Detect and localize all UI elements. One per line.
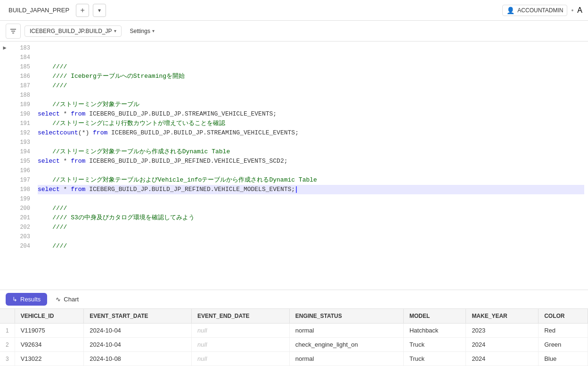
results-label: Results: [20, 296, 41, 303]
account-label: ACCOUNTADMIN: [517, 7, 563, 14]
gutter-toggle[interactable]: ▶: [0, 42, 9, 253]
line-number: 191: [9, 119, 30, 128]
settings-button[interactable]: Settings ▾: [125, 26, 159, 36]
code-line: //ストリーミング対象テーブル: [38, 100, 584, 109]
code-line: ////: [38, 81, 584, 91]
chart-icon: ∿: [56, 296, 61, 303]
table-cell: Hatchback: [403, 324, 466, 338]
table-cell: Green: [539, 338, 588, 352]
code-line: //ストリーミング対象テーブルおよびVehicle_infoテーブルから作成され…: [38, 175, 584, 185]
table-cell: 3: [0, 352, 15, 366]
line-number: 186: [9, 72, 30, 81]
gutter-arrow-icon: ▶: [3, 44, 6, 51]
account-icon: 👤: [506, 7, 514, 14]
table-body: 1V1190752024-10-04nullnormalHatchback202…: [0, 324, 588, 366]
db-selector[interactable]: ICEBERG_BUILD_JP.BUILD_JP ▾: [24, 25, 122, 37]
line-number: 198: [9, 185, 30, 194]
line-number: 184: [9, 53, 30, 62]
table-cell: V92634: [15, 338, 84, 352]
code-content[interactable]: //// //// IcebergテーブルへのStreamingを開始 ////…: [34, 42, 588, 253]
table-cell: null: [192, 352, 290, 366]
table-cell: Blue: [539, 352, 588, 366]
line-number: 189: [9, 100, 30, 109]
chart-label: Chart: [64, 296, 79, 303]
line-number: 183: [9, 43, 30, 53]
code-line: select * from ICEBERG_BUILD_JP.BUILD_JP_…: [38, 157, 584, 166]
code-line: select * from ICEBERG_BUILD_JP.BUILD_JP.…: [38, 109, 584, 119]
results-table: VEHICLE_IDEVENT_START_DATEEVENT_END_DATE…: [0, 309, 588, 366]
code-line: select * from ICEBERG_BUILD_JP.BUILD_JP_…: [38, 185, 584, 194]
db-selector-label: ICEBERG_BUILD_JP.BUILD_JP: [30, 28, 112, 34]
line-number: 199: [9, 194, 30, 204]
code-line: //// IcebergテーブルへのStreamingを開始: [38, 72, 584, 81]
filter-button[interactable]: [6, 24, 21, 39]
table-header-cell: [0, 309, 15, 324]
line-number: 193: [9, 138, 30, 147]
chart-button[interactable]: ∿ Chart: [49, 293, 85, 306]
code-line: [38, 43, 584, 53]
table-cell: 2024-10-08: [84, 352, 192, 366]
table-cell: null: [192, 324, 290, 338]
table-cell: 2023: [466, 324, 539, 338]
top-bar-left: BUILD_JAPAN_PREP + ▾: [6, 4, 106, 17]
table-cell: Truck: [403, 338, 466, 352]
settings-label: Settings: [130, 28, 150, 34]
code-line: [38, 138, 584, 147]
table-header-row: VEHICLE_IDEVENT_START_DATEEVENT_END_DATE…: [0, 309, 588, 324]
code-line: ////: [38, 223, 584, 232]
line-number: 201: [9, 213, 30, 223]
line-number: 196: [9, 166, 30, 175]
line-number: 190: [9, 109, 30, 119]
account-badge: 👤 ACCOUNTADMIN: [502, 5, 567, 16]
top-bar-right: 👤 ACCOUNTADMIN • A: [502, 5, 582, 16]
table-header-cell: ENGINE_STATUS: [289, 309, 403, 324]
code-line: [38, 166, 584, 175]
line-number: 200: [9, 204, 30, 213]
table-cell: Red: [539, 324, 588, 338]
table-cell: normal: [289, 324, 403, 338]
code-line: [38, 232, 584, 241]
editor-area[interactable]: ▶ 18318418518618718818919019119219319419…: [0, 42, 588, 290]
table-cell: 2024-10-04: [84, 338, 192, 352]
table-cell: V13022: [15, 352, 84, 366]
line-number: 204: [9, 241, 30, 251]
code-line: ////: [38, 241, 584, 251]
code-line: [38, 53, 584, 62]
extra-label: A: [577, 6, 582, 15]
table-cell: normal: [289, 352, 403, 366]
line-number: 203: [9, 232, 30, 241]
dot-separator: •: [571, 7, 573, 14]
add-tab-button[interactable]: +: [76, 4, 89, 17]
top-bar: BUILD_JAPAN_PREP + ▾ 👤 ACCOUNTADMIN • A: [0, 0, 588, 21]
results-icon: ↳: [12, 296, 17, 303]
table-cell: 2024-10-04: [84, 324, 192, 338]
line-number: 197: [9, 175, 30, 185]
table-header-cell: EVENT_START_DATE: [84, 309, 192, 324]
line-number: 195: [9, 157, 30, 166]
line-number: 194: [9, 147, 30, 157]
editor-inner: ▶ 18318418518618718818919019119219319419…: [0, 42, 588, 253]
table-cell: Truck: [403, 352, 466, 366]
tab-dropdown-button[interactable]: ▾: [93, 4, 106, 17]
table-header-cell: VEHICLE_ID: [15, 309, 84, 324]
settings-chevron-icon: ▾: [152, 28, 155, 33]
line-number: 192: [9, 128, 30, 138]
code-line: select count(*) from ICEBERG_BUILD_JP.BU…: [38, 128, 584, 138]
results-button[interactable]: ↳ Results: [6, 293, 47, 306]
table-cell: V119075: [15, 324, 84, 338]
tab-label: BUILD_JAPAN_PREP: [6, 7, 72, 14]
table-cell: 2: [0, 338, 15, 352]
code-line: //ストリーミングにより行数カウントが増えていることを確認: [38, 119, 584, 128]
code-line: [38, 91, 584, 100]
toolbar-row: ICEBERG_BUILD_JP.BUILD_JP ▾ Settings ▾: [0, 21, 588, 42]
chevron-down-icon: ▾: [114, 28, 116, 33]
bottom-tabs: ↳ Results ∿ Chart: [0, 290, 588, 308]
table-header-cell: MAKE_YEAR: [466, 309, 539, 324]
code-line: ////: [38, 62, 584, 72]
table-cell: 2024: [466, 352, 539, 366]
table-row: 2V926342024-10-04nullcheck_engine_light_…: [0, 338, 588, 352]
code-line: //// S3の中身及びカタログ環境を確認してみよう: [38, 213, 584, 223]
line-number: 188: [9, 91, 30, 100]
filter-icon: [9, 27, 17, 35]
code-line: ////: [38, 204, 584, 213]
